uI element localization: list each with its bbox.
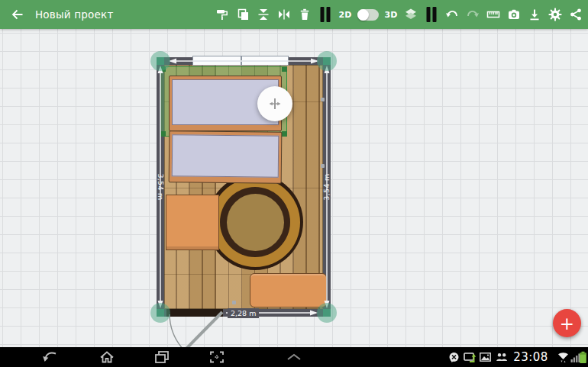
ruler-icon[interactable] bbox=[486, 5, 501, 24]
camera-icon[interactable] bbox=[506, 5, 522, 24]
nav-back-icon[interactable] bbox=[39, 347, 60, 367]
floorplan-canvas[interactable]: 3,54 m 3,54 m 2,28 m + bbox=[0, 29, 588, 347]
smart-switch-icon bbox=[463, 347, 477, 367]
rug-center bbox=[227, 194, 284, 251]
top-toolbar: Новый проект 2D 3D bbox=[0, 0, 588, 29]
corner-handle[interactable] bbox=[317, 51, 337, 71]
back-arrow-icon[interactable] bbox=[8, 5, 27, 24]
status-clock: 23:08 bbox=[509, 347, 553, 367]
window-center-divider bbox=[241, 56, 242, 65]
gallery-icon bbox=[479, 347, 492, 367]
move-arrows-icon bbox=[267, 95, 283, 112]
left-wall-measurement: 3,54 m bbox=[156, 169, 165, 205]
flip-horizontal-icon[interactable] bbox=[276, 5, 292, 24]
2d-3d-toggle[interactable] bbox=[357, 9, 379, 21]
door[interactable] bbox=[166, 309, 223, 317]
toggle-knob bbox=[357, 9, 369, 21]
corner-handle[interactable] bbox=[150, 51, 170, 71]
rug-ring-dark bbox=[220, 187, 290, 257]
corner-handle[interactable] bbox=[150, 303, 170, 323]
wifi-icon bbox=[556, 347, 570, 367]
redo-icon[interactable] bbox=[465, 5, 480, 24]
paint-roller-icon[interactable] bbox=[215, 5, 230, 24]
wall-midpoint-handle[interactable] bbox=[232, 301, 236, 304]
undo-icon[interactable] bbox=[444, 5, 460, 24]
bottom-wall-measurement: 2,28 m bbox=[228, 308, 259, 318]
mode-3d-label[interactable]: 3D bbox=[384, 10, 398, 20]
planner-app-screen: Новый проект 2D 3D bbox=[0, 0, 588, 367]
wall-columns-icon[interactable] bbox=[318, 5, 333, 24]
selection-handle[interactable] bbox=[282, 131, 287, 137]
battery-icon bbox=[578, 347, 588, 367]
toolbar-actions: 2D 3D bbox=[215, 5, 583, 24]
download-icon[interactable] bbox=[527, 5, 542, 24]
corner-handle[interactable] bbox=[317, 303, 337, 323]
back-arrow-glyph bbox=[10, 7, 25, 22]
mode-2d-label[interactable]: 2D bbox=[338, 10, 352, 20]
move-handle[interactable] bbox=[257, 86, 292, 121]
nav-recent-apps-icon[interactable] bbox=[151, 347, 173, 367]
project-title: Новый проект bbox=[35, 8, 113, 21]
bed[interactable] bbox=[169, 130, 283, 184]
selection-handle[interactable] bbox=[160, 131, 166, 137]
nav-home-icon[interactable] bbox=[96, 347, 118, 367]
share-icon[interactable] bbox=[568, 5, 583, 24]
layers-icon[interactable] bbox=[403, 5, 418, 24]
square-table[interactable] bbox=[166, 195, 219, 250]
bed-blanket bbox=[172, 134, 279, 177]
selection-handle[interactable] bbox=[282, 66, 287, 72]
message-blocked-icon bbox=[447, 347, 460, 367]
nav-screenshot-icon[interactable] bbox=[206, 347, 228, 367]
right-wall-measurement: 3,54 m bbox=[322, 169, 331, 205]
flip-vertical-icon[interactable] bbox=[256, 5, 271, 24]
delete-icon[interactable] bbox=[297, 5, 312, 24]
round-rug[interactable] bbox=[207, 174, 303, 270]
quick-panel-chevron-icon[interactable] bbox=[283, 347, 305, 367]
wall-midpoint-handle[interactable] bbox=[321, 164, 325, 168]
users-icon bbox=[495, 347, 509, 367]
dresser[interactable] bbox=[250, 273, 327, 307]
rug-ring-amber bbox=[211, 178, 300, 267]
duplicate-icon[interactable] bbox=[235, 5, 250, 24]
window[interactable] bbox=[192, 56, 289, 66]
wall-columns-icon[interactable] bbox=[424, 5, 439, 24]
wall-midpoint-handle[interactable] bbox=[321, 98, 325, 101]
add-object-fab[interactable]: + bbox=[553, 309, 581, 337]
android-navbar: 23:08 bbox=[0, 347, 588, 367]
settings-gear-icon[interactable] bbox=[548, 5, 563, 24]
